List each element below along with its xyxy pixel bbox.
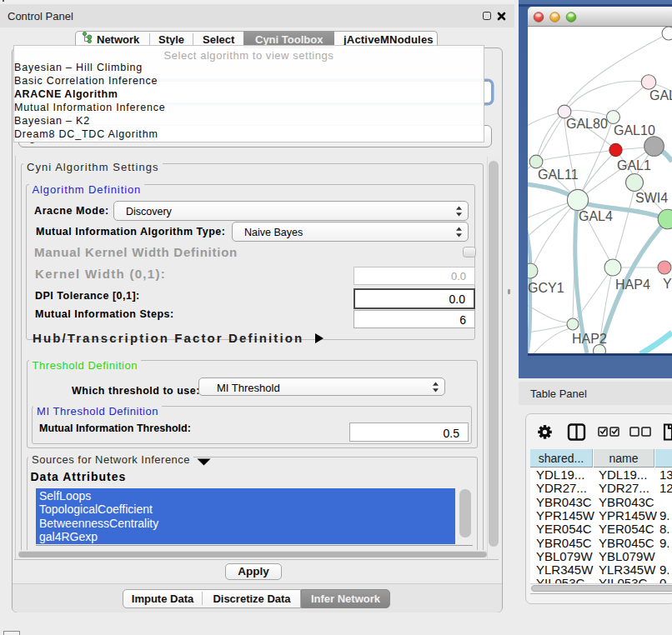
svg-text:HAP4: HAP4 <box>615 278 650 292</box>
svg-text:Y: Y <box>663 277 672 291</box>
svg-text:GAL: GAL <box>649 88 672 102</box>
svg-text:SWI4: SWI4 <box>635 191 668 205</box>
svg-text:GAL11: GAL11 <box>538 168 579 182</box>
svg-text:GAL1: GAL1 <box>617 158 651 172</box>
svg-text:HAP2: HAP2 <box>572 332 607 346</box>
svg-text:GCY1: GCY1 <box>528 281 564 295</box>
svg-text:GAL4: GAL4 <box>579 209 613 223</box>
svg-text:GAL10: GAL10 <box>614 123 655 138</box>
svg-text:GAL80: GAL80 <box>566 117 608 131</box>
